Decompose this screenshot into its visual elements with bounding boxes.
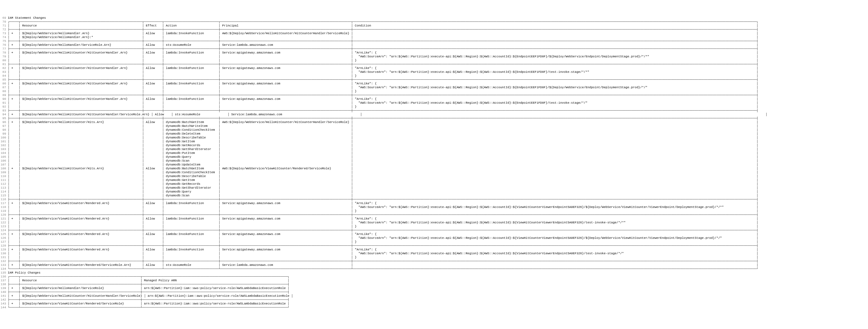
- code-text[interactable]: ├─────┼─────────────────────────────────…: [8, 47, 758, 51]
- code-line: 71│ │ Resource │ Effect │ Action │ Princ…: [0, 24, 868, 28]
- code-text[interactable]: │ │ │ │ dynamodb:DeleteItem │ │: [8, 132, 758, 135]
- code-text[interactable]: ├─────┼─────────────────────────────────…: [8, 244, 758, 247]
- line-number: 108: [0, 167, 8, 170]
- code-text[interactable]: │ │ │ │ dynamodb:Query │ │: [8, 190, 758, 193]
- code-text[interactable]: │ │ │ │ │ │ }: [8, 256, 758, 259]
- code-text[interactable]: │ + │ ${Deploy/WebService/HelloHitCounte…: [8, 294, 293, 298]
- code-text[interactable]: │ │ │ │ dynamodb:GetItem │ │: [8, 179, 758, 182]
- code-text[interactable]: │ │ │ │ dynamodb:DescribeTable │ │: [8, 136, 758, 139]
- code-text[interactable]: │ + │ ${Deploy/WebService/HelloHitCounte…: [8, 113, 767, 116]
- code-text[interactable]: │ + │ ${Deploy/WebService/ViewHitCounter…: [8, 302, 289, 305]
- code-text[interactable]: │ │ │ │ │ │ }: [8, 90, 758, 93]
- code-text[interactable]: │ + │ ${Deploy/WebService/HelloHitCounte…: [8, 82, 758, 85]
- code-text[interactable]: ├─────┼─────────────────────────────────…: [8, 259, 758, 263]
- code-text[interactable]: │ │ │ │ dynamodb:ConditionCheckItem │ │: [8, 171, 758, 174]
- line-number: 70: [0, 20, 8, 24]
- code-text[interactable]: ├─────┼─────────────────────────────────…: [8, 198, 758, 201]
- code-text[interactable]: │ │ │ │ dynamodb:DescribeTable │ │: [8, 174, 758, 178]
- code-text[interactable]: │ │ │ │ dynamodb:UpdateItem │ │: [8, 163, 758, 166]
- code-text[interactable]: ┌─────┬─────────────────────────────────…: [8, 20, 758, 23]
- code-text[interactable]: │ │ │ │ dynamodb:Query │ │: [8, 155, 758, 159]
- code-text[interactable]: └─────┴─────────────────────────────────…: [8, 267, 758, 271]
- code-text[interactable]: │ + │ ${Deploy/WebService/ViewHitCounter…: [8, 263, 758, 267]
- code-text[interactable]: │ │ │ │ │ │ "AWS:So: [8, 236, 758, 240]
- code-text[interactable]: │ │ │ │ dynamodb:GetItem │ │: [8, 140, 758, 143]
- code-text[interactable]: ├─────┼─────────────────────────────────…: [8, 291, 289, 294]
- code-text[interactable]: │ + │ ${Deploy/WebService/HelloHitCounte…: [8, 51, 758, 54]
- code-text[interactable]: ├─────┼─────────────────────────────────…: [8, 39, 758, 43]
- code-text[interactable]: │ │ ${Deploy/WebService/HelloHandler.Arn…: [8, 35, 758, 39]
- code-text[interactable]: │ │ Resource │ Effect │ Action │ Princip…: [8, 24, 758, 27]
- line-number: 79: [0, 55, 8, 58]
- code-text[interactable]: │ │ │ │ dynamodb:GetRecords │ │: [8, 144, 758, 147]
- code-line: 127│ │ │ │ │ │ }: [0, 240, 868, 244]
- code-line: 98│ │ │ │ dynamodb:ConditionCheckItem │ …: [0, 128, 868, 132]
- line-number: 120: [0, 213, 8, 217]
- code-text[interactable]: │ │ │ │ │ │ "AWS:So: [8, 86, 758, 89]
- code-text[interactable]: │ │ │ │ │ │ "AWS:So: [8, 70, 758, 74]
- code-text[interactable]: │ │ │ │ │ │ }: [8, 225, 758, 228]
- line-number: 141: [0, 294, 8, 298]
- code-line: 115│ │ │ │ dynamodb:Scan │ │: [0, 194, 868, 197]
- line-number: 71: [0, 24, 8, 28]
- code-text[interactable]: │ + │ ${Deploy/WebService/HelloHitCounte…: [8, 97, 758, 101]
- line-number: 103: [0, 147, 8, 151]
- code-text[interactable]: ├─────┼─────────────────────────────────…: [8, 117, 758, 120]
- code-text[interactable]: │ │ │ │ │ │ }: [8, 74, 758, 78]
- code-line: 80│ │ │ │ │ │ }: [0, 58, 868, 62]
- line-number: 144: [0, 306, 8, 309]
- code-text[interactable]: │ │ │ │ │ │ }: [8, 209, 758, 213]
- code-text[interactable]: │ + │ ${Deploy/WebService/ViewHitCounter…: [8, 232, 758, 236]
- code-text[interactable]: │ │ │ │ │ │ }: [8, 240, 758, 244]
- code-text[interactable]: │ + │ ${Deploy/WebService/HelloHitCounte…: [8, 120, 758, 124]
- code-line: 94│ + │ ${Deploy/WebService/HelloHitCoun…: [0, 112, 868, 116]
- code-text[interactable]: │ │ │ │ dynamodb:GetShardIterator │ │: [8, 147, 758, 151]
- line-number: 133: [0, 263, 8, 267]
- code-text[interactable]: │ │ │ │ │ │ "AWS:So: [8, 205, 758, 209]
- code-text[interactable]: │ │ │ │ dynamodb:PutItem │ │: [8, 152, 758, 155]
- code-text[interactable]: ├─────┼─────────────────────────────────…: [8, 283, 289, 286]
- code-text[interactable]: ├─────┼─────────────────────────────────…: [8, 28, 758, 31]
- line-number: 121: [0, 217, 8, 221]
- code-text[interactable]: │ │ │ │ │ │ }: [8, 59, 758, 62]
- code-text[interactable]: │ + │ ${Deploy/WebService/ViewHitCounter…: [8, 217, 758, 220]
- code-text[interactable]: │ │ │ │ │ │ "AWS:So: [8, 55, 758, 58]
- code-text[interactable]: ├─────┼─────────────────────────────────…: [8, 109, 758, 112]
- code-text[interactable]: ┌─────┬─────────────────────────────────…: [8, 275, 289, 278]
- code-text[interactable]: │ + │ ${Deploy/WebService/HelloHandler.A…: [8, 32, 758, 35]
- code-text[interactable]: │ │ │ │ dynamodb:GetRecords │ │: [8, 182, 758, 186]
- code-text[interactable]: │ + │ ${Deploy/WebService/ViewHitCounter…: [8, 248, 758, 251]
- code-text[interactable]: ├─────┼─────────────────────────────────…: [8, 298, 289, 301]
- code-text[interactable]: │ │ │ │ dynamodb:GetShardIterator │ │: [8, 186, 758, 189]
- code-text[interactable]: │ + │ ${Deploy/WebService/ViewHitCounter…: [8, 201, 758, 205]
- code-text[interactable]: IAM Policy Changes: [8, 271, 40, 274]
- code-text[interactable]: │ │ │ │ dynamodb:Scan │ │: [8, 159, 758, 162]
- code-line: 92│ │ │ │ │ │ }: [0, 105, 868, 109]
- code-text[interactable]: │ │ │ │ │ │ "AWS:So: [8, 252, 758, 255]
- line-number: 117: [0, 201, 8, 205]
- code-text[interactable]: ├─────┼─────────────────────────────────…: [8, 213, 758, 217]
- code-text[interactable]: │ + │ ${Deploy/WebService/HelloHitCounte…: [8, 66, 758, 70]
- line-number: 114: [0, 190, 8, 194]
- code-line: 129│ + │ ${Deploy/WebService/ViewHitCoun…: [0, 248, 868, 251]
- code-text[interactable]: │ + │ ${Deploy/WebService/HelloHandler/S…: [8, 43, 758, 47]
- code-text[interactable]: ├─────┼─────────────────────────────────…: [8, 229, 758, 232]
- code-text[interactable]: ├─────┼─────────────────────────────────…: [8, 78, 758, 81]
- code-text[interactable]: │ + │ ${Deploy/WebService/HelloHitCounte…: [8, 167, 758, 170]
- code-text[interactable]: │ │ Resource │ Managed Policy ARN │: [8, 279, 289, 282]
- code-text[interactable]: IAM Statement Changes: [8, 16, 46, 20]
- code-text[interactable]: │ │ │ │ │ │ }: [8, 105, 758, 108]
- code-text[interactable]: └─────┴─────────────────────────────────…: [8, 306, 289, 309]
- code-text[interactable]: │ │ │ │ dynamodb:Scan │ │: [8, 194, 758, 197]
- code-text[interactable]: ├─────┼─────────────────────────────────…: [8, 63, 758, 66]
- line-number: 137: [0, 278, 8, 282]
- code-text[interactable]: │ │ │ │ │ │ "AWS:So: [8, 101, 758, 105]
- code-line: 70┌─────┬───────────────────────────────…: [0, 20, 868, 24]
- code-text[interactable]: │ │ │ │ dynamodb:ConditionCheckItem │ │: [8, 128, 758, 132]
- code-text[interactable]: ├─────┼─────────────────────────────────…: [8, 93, 758, 97]
- code-text[interactable]: │ │ │ │ │ │ "AWS:So: [8, 221, 758, 224]
- diff-output: 69IAM Statement Changes70┌─────┬────────…: [0, 16, 868, 309]
- code-text[interactable]: │ + │ ${Deploy/WebService/HelloHandler/S…: [8, 286, 289, 290]
- code-text[interactable]: │ │ │ │ dynamodb:BatchWriteItem │ │: [8, 125, 758, 128]
- line-number: 93: [0, 109, 8, 112]
